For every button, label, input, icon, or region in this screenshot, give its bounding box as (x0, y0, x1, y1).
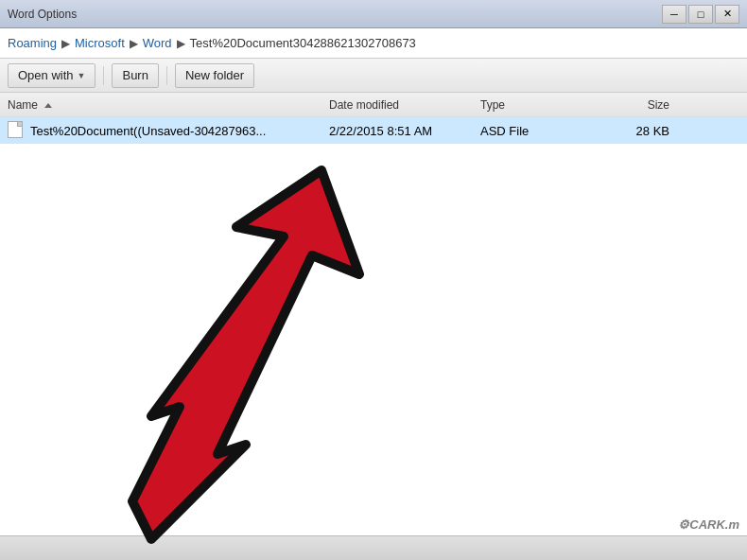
col-header-date[interactable]: Date modified (329, 98, 480, 112)
status-bar (0, 535, 747, 560)
file-name: Test%20Document((Unsaved-304287963... (30, 124, 329, 138)
col-header-name[interactable]: Name (8, 98, 329, 112)
main-content: Roaming ▶ Microsoft ▶ Word ▶ Test%20Docu… (0, 28, 747, 560)
title-bar-controls: ─ □ ✕ (662, 5, 739, 24)
file-date-modified: 2/22/2015 8:51 AM (329, 124, 480, 138)
separator-2: ▶ (130, 37, 138, 50)
file-icon (8, 121, 25, 140)
col-header-type[interactable]: Type (480, 98, 594, 112)
separator-1: ▶ (61, 37, 70, 50)
open-with-button[interactable]: Open with ▼ (8, 63, 96, 88)
file-size: 28 KB (594, 124, 669, 138)
sort-arrow-name (44, 103, 52, 108)
title-bar: Word Options ─ □ ✕ (0, 0, 747, 28)
new-folder-button[interactable]: New folder (175, 63, 254, 88)
burn-label: Burn (122, 68, 148, 82)
maximize-button[interactable]: □ (688, 5, 713, 24)
open-with-dropdown-arrow: ▼ (78, 71, 86, 80)
toolbar: Open with ▼ Burn New folder (0, 59, 747, 93)
breadcrumb-current: Test%20Document304288621302708673 (190, 36, 416, 50)
breadcrumb-microsoft[interactable]: Microsoft (75, 36, 125, 50)
new-folder-label: New folder (185, 68, 244, 82)
toolbar-separator-2 (166, 66, 167, 85)
toolbar-separator-1 (103, 66, 104, 85)
column-headers: Name Date modified Type Size (0, 93, 747, 117)
watermark: ⚙CARK.m (678, 517, 739, 532)
table-row[interactable]: Test%20Document((Unsaved-304287963... 2/… (0, 117, 747, 144)
address-bar: Roaming ▶ Microsoft ▶ Word ▶ Test%20Docu… (0, 28, 747, 59)
title-bar-text: Word Options (8, 8, 77, 21)
minimize-button[interactable]: ─ (662, 5, 686, 24)
open-with-label: Open with (18, 68, 74, 82)
col-header-size[interactable]: Size (594, 98, 669, 112)
file-type: ASD File (480, 124, 594, 138)
breadcrumb-roaming[interactable]: Roaming (8, 36, 57, 50)
breadcrumb-word[interactable]: Word (143, 36, 172, 50)
file-area: Name Date modified Type Size Test%20Docu… (0, 93, 747, 560)
close-button[interactable]: ✕ (715, 5, 739, 24)
separator-3: ▶ (177, 37, 185, 50)
burn-button[interactable]: Burn (112, 63, 158, 88)
